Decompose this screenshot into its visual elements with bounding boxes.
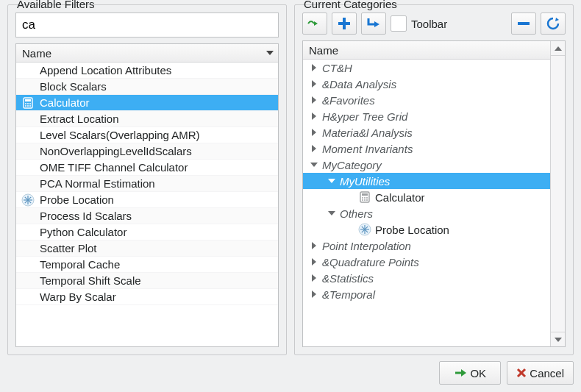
expand-icon[interactable] [309, 64, 319, 71]
svg-point-4 [29, 103, 31, 104]
filter-item-label: Temporal Shift Scale [40, 274, 141, 287]
expand-icon[interactable] [309, 113, 319, 120]
tree-node-label: MyUtilities [340, 175, 390, 188]
filter-item[interactable]: Scatter Plot [16, 240, 278, 257]
tree-category[interactable]: &Favorites [303, 92, 550, 108]
filter-item[interactable]: Temporal Shift Scale [16, 273, 278, 289]
tree-node-label: &Statistics [322, 272, 374, 285]
filter-item[interactable]: PCA Normal Estimation [16, 176, 278, 192]
add-category-button[interactable] [332, 13, 357, 35]
expand-icon[interactable] [309, 145, 319, 152]
svg-point-2 [25, 103, 26, 104]
tree-node-label: Point Interpolation [322, 240, 411, 252]
tree-category[interactable]: CT&H [303, 60, 550, 76]
tree-node-label: Materia&l Analysis [322, 126, 413, 139]
svg-point-7 [29, 105, 31, 107]
scroll-track[interactable] [551, 56, 565, 332]
tree-category[interactable]: MyUtilities [303, 173, 550, 189]
expand-icon[interactable] [309, 80, 319, 88]
categories-tree-header[interactable]: Name [303, 41, 550, 60]
ok-button[interactable]: OK [439, 361, 501, 385]
tree-category[interactable]: &Temporal [303, 286, 550, 302]
scroll-down-button[interactable] [551, 332, 565, 346]
chevron-down-icon [555, 338, 562, 342]
filter-list-header[interactable]: Name [16, 44, 278, 63]
tree-node-label: Calculator [375, 191, 425, 204]
tree-scrollbar[interactable] [550, 41, 565, 346]
check-icon [454, 367, 467, 379]
add-subcategory-button[interactable] [361, 13, 386, 35]
toolbar-checkbox-label: Toolbar [411, 18, 447, 30]
svg-point-21 [362, 199, 363, 201]
filter-item[interactable]: Block Scalars [16, 79, 278, 95]
filter-item[interactable]: Python Calculator [16, 224, 278, 240]
collapse-icon[interactable] [309, 163, 319, 167]
filter-item[interactable]: Calculator [16, 95, 278, 111]
cancel-button[interactable]: Cancel [507, 361, 574, 385]
apply-filter-button[interactable] [302, 13, 327, 35]
refresh-button[interactable] [541, 13, 566, 35]
filter-item[interactable]: Extract Location [16, 111, 278, 127]
tree-category[interactable]: H&yper Tree Grid [303, 108, 550, 124]
svg-point-6 [27, 105, 29, 107]
expand-icon[interactable] [309, 258, 319, 266]
tree-leaf[interactable]: Probe Location [303, 221, 550, 238]
categories-tree-header-label: Name [309, 44, 338, 57]
filter-item-label: Process Id Scalars [40, 210, 132, 222]
tree-node-label: Others [340, 207, 373, 220]
tree-category[interactable]: Materia&l Analysis [303, 124, 550, 140]
filter-item-label: Python Calculator [40, 226, 126, 238]
remove-button[interactable] [511, 13, 536, 35]
filter-item[interactable]: Probe Location [16, 192, 278, 208]
svg-rect-17 [362, 193, 368, 196]
scroll-up-button[interactable] [551, 41, 565, 56]
filter-item-label: Extract Location [40, 113, 119, 125]
filter-item-label: Temporal Cache [40, 258, 120, 271]
tree-category[interactable]: &Statistics [303, 270, 550, 286]
filter-item[interactable]: Append Location Attributes [16, 63, 278, 79]
filter-item-label: NonOverlappingLevelIdScalars [40, 145, 192, 157]
tree-leaf[interactable]: Calculator [303, 189, 550, 205]
filter-item-label: PCA Normal Estimation [40, 177, 155, 190]
tree-category[interactable]: Moment Invariants [303, 140, 550, 157]
tree-node-label: &Data Analysis [322, 78, 396, 90]
tree-node-label: &Quadrature Points [322, 256, 419, 268]
expand-icon[interactable] [309, 129, 319, 136]
close-icon [516, 368, 527, 378]
tree-category[interactable]: Point Interpolation [303, 238, 550, 254]
expand-icon[interactable] [309, 291, 319, 298]
filter-item[interactable]: Temporal Cache [16, 257, 278, 273]
filter-item[interactable]: Process Id Scalars [16, 208, 278, 224]
tree-node-label: &Temporal [322, 288, 375, 301]
available-filters-panel: Available Filters Name Append Location A… [7, 4, 287, 355]
expand-icon[interactable] [309, 242, 319, 249]
toolbar-checkbox[interactable] [391, 15, 407, 32]
tree-node-label: &Favorites [322, 94, 375, 107]
svg-rect-1 [25, 99, 31, 101]
filter-item[interactable]: Level Scalars(Overlapping AMR) [16, 127, 278, 143]
filter-item[interactable]: Warp By Scalar [16, 289, 278, 305]
filter-item-label: Scatter Plot [40, 242, 97, 254]
filter-item-label: Block Scalars [40, 80, 107, 93]
filter-item[interactable]: OME TIFF Channel Calculator [16, 160, 278, 176]
tree-category[interactable]: MyCategory [303, 157, 550, 173]
svg-rect-15 [518, 22, 530, 25]
tree-category[interactable]: Others [303, 205, 550, 221]
svg-point-22 [364, 199, 366, 201]
collapse-icon[interactable] [327, 179, 337, 183]
svg-point-19 [364, 197, 366, 199]
filter-item[interactable]: NonOverlappingLevelIdScalars [16, 143, 278, 160]
dialog-footer: OK Cancel [7, 355, 574, 385]
expand-icon[interactable] [309, 274, 319, 282]
svg-rect-14 [338, 22, 350, 25]
tree-node-label: CT&H [322, 62, 352, 74]
filter-list[interactable]: Name Append Location AttributesBlock Sca… [15, 43, 279, 347]
expand-icon[interactable] [309, 96, 319, 104]
categories-tree[interactable]: Name CT&H&Data Analysis&FavoritesH&yper … [302, 40, 566, 347]
tree-category[interactable]: &Data Analysis [303, 76, 550, 92]
filter-search-input[interactable] [15, 13, 279, 38]
tree-category[interactable]: &Quadrature Points [303, 254, 550, 270]
collapse-icon[interactable] [327, 211, 337, 215]
svg-point-20 [366, 197, 368, 199]
filter-list-header-label: Name [22, 47, 51, 60]
